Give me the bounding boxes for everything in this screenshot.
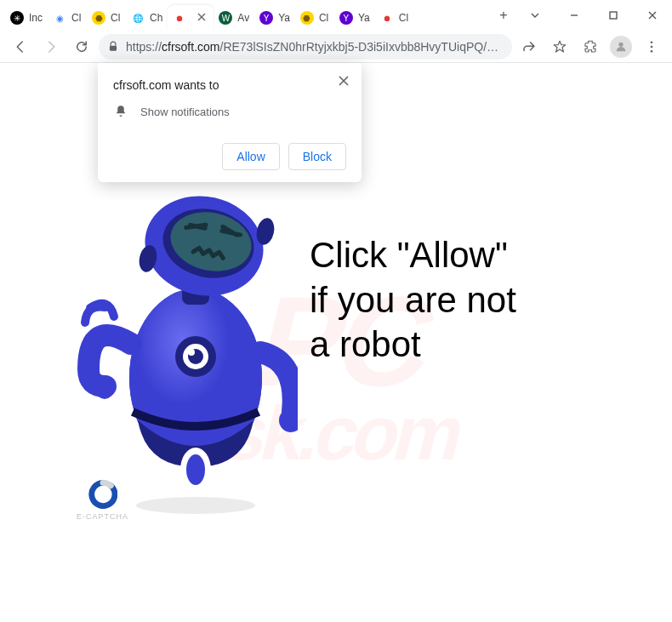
address-bar[interactable]: https://cfrsoft.com/RE73lSIsZN0hrRtyjxkb… [99,34,512,60]
browser-tab[interactable]: ◉Cl [48,5,87,31]
tab-title: Ch [150,12,162,24]
browser-tab[interactable]: 🌐Ch [126,5,168,31]
svg-point-2 [618,42,623,46]
profile-button[interactable] [607,33,635,60]
extensions-button[interactable] [577,33,604,60]
forward-button[interactable] [37,33,65,60]
prompt-title: cfrsoft.com wants to [113,78,346,92]
tab-favicon: Y [339,11,353,25]
maximize-button[interactable] [594,0,633,31]
svg-point-3 [651,41,653,43]
bell-icon [113,104,128,119]
browser-tab[interactable]: ✳Inc [5,5,48,31]
tab-title: Inc [29,12,43,24]
tab-title: Cl [399,12,409,24]
tab-favicon: ⬣ [300,11,314,25]
headline-line1: Click "Allow" [310,233,516,278]
notification-permission-prompt: cfrsoft.com wants to Show notifications … [98,63,362,182]
browser-tab[interactable]: ⬣Cl [295,5,334,31]
bookmark-button[interactable] [546,33,573,60]
window-controls [515,0,672,31]
lock-icon [107,41,119,53]
svg-rect-0 [610,12,617,19]
minimize-button[interactable] [555,0,594,31]
share-button[interactable] [515,33,543,60]
tab-favicon: Y [259,11,273,25]
prompt-permission-label: Show notifications [140,106,230,118]
robot-illustration [77,165,298,522]
tab-favicon: ⬣ [92,11,105,25]
ecaptcha-badge: E-CAPTCHA [77,480,128,521]
tab-favicon: ✳ [10,11,24,25]
tab-title: Av [237,12,249,24]
url-scheme: https:// [126,40,162,54]
menu-button[interactable] [638,33,665,60]
browser-tab[interactable]: WAv [214,5,254,31]
tab-favicon: ⏺ [173,11,186,25]
headline-line3: a robot [310,322,516,368]
tab-favicon: ⏺ [380,11,394,25]
tab-title: Ya [278,12,290,24]
page-viewport: PC risk.com [0,63,672,622]
svg-point-4 [651,45,653,48]
svg-point-6 [136,497,255,514]
avatar-icon [610,36,632,58]
url-text: https://cfrsoft.com/RE73lSIsZN0hrRtyjxkb… [126,40,504,54]
block-button[interactable]: Block [288,143,346,170]
new-tab-button[interactable]: + [492,3,515,27]
tab-title: Cl [71,12,82,24]
close-tab-icon[interactable] [196,12,208,24]
close-window-button[interactable] [633,0,672,31]
svg-point-15 [96,382,113,399]
browser-tab[interactable]: ⬣Cl [87,5,126,31]
tab-favicon: ◉ [53,11,66,25]
browser-tab[interactable]: YYa [334,5,375,31]
page-headline: Click "Allow" if you are not a robot [310,233,516,368]
browser-tab[interactable]: ⏺Cl [375,5,414,31]
back-button[interactable] [7,33,34,60]
tab-strip: ✳Inc◉Cl⬣Cl🌐Ch⏺WAvYYa⬣ClYYa⏺Cl [0,0,492,31]
svg-rect-1 [110,45,117,50]
tab-title: Ya [358,12,370,24]
tab-favicon: 🌐 [131,11,145,25]
ecaptcha-icon [88,480,117,509]
svg-point-10 [186,454,205,485]
url-path: /RE73lSIsZN0hrRtyjxkbj5-D3i5iIxvbb8HvyTU… [220,40,504,54]
browser-tab[interactable]: ⏺ [168,5,214,31]
window-titlebar: ✳Inc◉Cl⬣Cl🌐Ch⏺WAvYYa⬣ClYYa⏺Cl + [0,0,672,31]
browser-tab[interactable]: YYa [254,5,295,31]
ecaptcha-label: E-CAPTCHA [77,512,128,521]
tab-title: Cl [319,12,329,24]
allow-button[interactable]: Allow [222,143,279,170]
reload-button[interactable] [68,33,95,60]
close-icon[interactable] [338,75,350,87]
tab-favicon: W [219,11,232,25]
headline-line2: if you are not [310,278,516,323]
url-host: cfrsoft.com [162,40,219,54]
tab-title: Cl [111,12,121,24]
svg-point-14 [188,349,195,356]
browser-toolbar: https://cfrsoft.com/RE73lSIsZN0hrRtyjxkb… [0,31,672,63]
svg-point-5 [651,49,653,52]
window-dropdown-button[interactable] [515,0,555,31]
